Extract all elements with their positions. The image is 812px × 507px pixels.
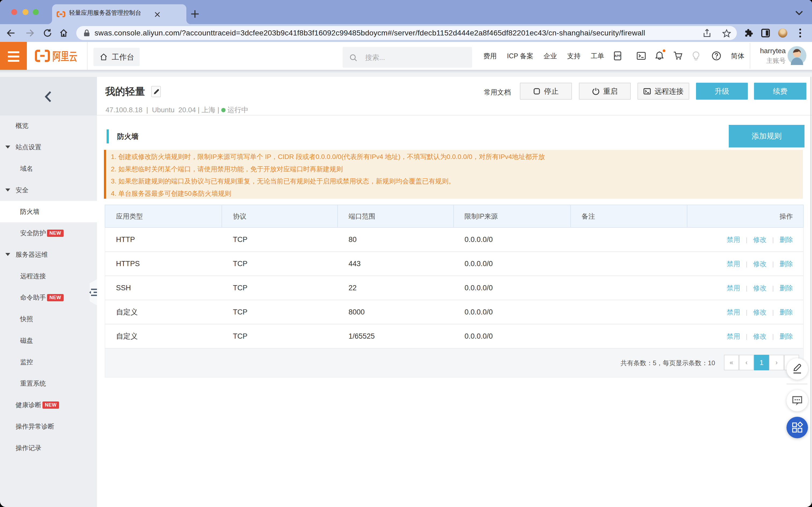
svg-text:APP: APP	[615, 54, 621, 57]
